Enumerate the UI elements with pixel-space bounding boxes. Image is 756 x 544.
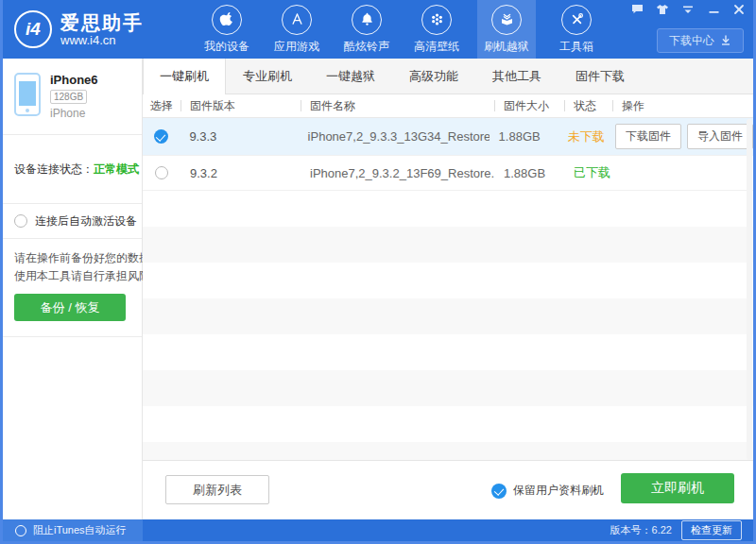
column-name: 固件名称 <box>301 98 494 114</box>
block-itunes-label: 阻止iTunes自动运行 <box>33 523 127 537</box>
device-capacity-badge: 128GB <box>50 90 87 104</box>
firmware-version: 9.3.2 <box>180 166 301 180</box>
warning-line-1: 请在操作前备份好您的数据 <box>14 249 142 267</box>
tab-other-tools[interactable]: 其他工具 <box>475 59 558 94</box>
collapse-icon[interactable] <box>681 4 695 15</box>
auto-activate-label: 连接后自动激活设备 <box>35 213 137 230</box>
backup-panel: 请在操作前备份好您的数据 使用本工具请自行承担风险 备份 / 恢复 <box>3 239 142 337</box>
close-icon[interactable] <box>732 4 746 15</box>
check-update-button[interactable]: 检查更新 <box>681 520 742 540</box>
status-bar: 阻止iTunes自动运行 版本号：6.22 检查更新 <box>3 519 753 541</box>
nav-item-wallpapers[interactable]: 高清壁纸 <box>407 0 466 59</box>
brand: i4 爱思助手 www.i4.cn <box>3 0 192 59</box>
connection-status: 设备连接状态：正常模式 <box>3 135 142 204</box>
app-header: i4 爱思助手 www.i4.cn 我的设备 <box>3 0 753 59</box>
auto-activate-radio[interactable] <box>14 214 27 228</box>
firmware-status: 未下载 <box>558 128 606 145</box>
column-actions: 操作 <box>612 98 753 114</box>
nav-item-my-devices[interactable]: 我的设备 <box>198 0 256 59</box>
nav-label: 刷机越狱 <box>484 39 529 55</box>
import-firmware-button[interactable]: 导入固件 <box>687 124 753 149</box>
firmware-status: 已下载 <box>564 164 612 181</box>
i4-logo-icon: i4 <box>14 10 52 48</box>
firmware-version: 9.3.3 <box>180 129 298 144</box>
feedback-icon[interactable] <box>630 4 644 15</box>
warning-line-2: 使用本工具请自行承担风险 <box>14 267 142 285</box>
tab-one-click-flash[interactable]: 一键刷机 <box>143 59 226 94</box>
tab-pro-flash[interactable]: 专业刷机 <box>226 59 309 94</box>
window-controls <box>630 4 746 15</box>
apple-icon <box>212 5 242 35</box>
tab-one-click-jailbreak[interactable]: 一键越狱 <box>309 59 392 94</box>
firmware-row-932[interactable]: 9.3.2 iPhone7,2_9.3.2_13F69_Restore.ipsw… <box>143 156 753 191</box>
app-title: 爱思助手 <box>60 12 144 33</box>
auto-activate-option[interactable]: 连接后自动激活设备 <box>3 204 142 239</box>
tab-bar: 一键刷机 专业刷机 一键越狱 高级功能 其他工具 固件下载 <box>143 59 753 94</box>
nav-item-ringtones[interactable]: 酷炫铃声 <box>337 0 396 59</box>
row-radio-checked[interactable] <box>154 129 168 144</box>
app-url: www.i4.cn <box>60 33 144 47</box>
sidebar: iPhone6 128GB iPhone 设备连接状态：正常模式 连接后自动激活… <box>3 59 143 519</box>
nav-label: 工具箱 <box>559 39 593 55</box>
download-icon <box>720 35 731 46</box>
column-version: 固件版本 <box>180 98 301 114</box>
empty-rows-area <box>143 191 753 460</box>
keep-user-data-checkbox[interactable] <box>491 484 507 499</box>
flower-icon <box>421 5 452 35</box>
nav-item-flash-jailbreak[interactable]: 刷机越狱 <box>477 0 536 59</box>
flash-box-icon <box>491 5 522 35</box>
device-panel: iPhone6 128GB iPhone <box>3 59 142 135</box>
firmware-row-933[interactable]: 9.3.3 iPhone7,2_9.3.3_13G34_Restore.ipsw… <box>143 118 753 156</box>
block-itunes-radio[interactable] <box>15 525 26 536</box>
keep-user-data-label: 保留用户资料刷机 <box>513 483 604 499</box>
nav-label: 我的设备 <box>204 39 249 55</box>
main-panel: 一键刷机 专业刷机 一键越狱 高级功能 其他工具 固件下载 选择 固件版本 固件… <box>143 59 753 519</box>
action-bar: 刷新列表 保留用户资料刷机 立即刷机 <box>143 460 753 519</box>
device-name: iPhone6 <box>50 73 98 87</box>
column-size: 固件大小 <box>494 98 564 114</box>
download-center-button[interactable]: 下载中心 <box>657 28 744 53</box>
bell-icon <box>352 5 382 35</box>
nav-label: 应用游戏 <box>274 39 319 55</box>
skin-icon[interactable] <box>656 4 669 15</box>
appstore-icon <box>282 5 312 35</box>
refresh-list-button[interactable]: 刷新列表 <box>165 475 269 504</box>
row-radio-unchecked[interactable] <box>155 166 168 179</box>
download-center-label: 下载中心 <box>669 33 714 49</box>
main-nav: 我的设备 应用游戏 <box>192 0 611 59</box>
toolbox-icon <box>561 5 592 35</box>
minimize-icon[interactable] <box>707 4 720 15</box>
logo-text: i4 <box>26 19 41 40</box>
firmware-name: iPhone7,2_9.3.3_13G34_Restore.ipsw <box>299 129 490 144</box>
version-text: 版本号：6.22 <box>610 523 672 537</box>
block-itunes-option[interactable]: 阻止iTunes自动运行 <box>3 519 143 541</box>
backup-restore-button[interactable]: 备份 / 恢复 <box>14 294 126 321</box>
firmware-name: iPhone7,2_9.3.2_13F69_Restore.ipsw <box>301 166 494 180</box>
nav-label: 高清壁纸 <box>414 39 459 55</box>
table-header: 选择 固件版本 固件名称 固件大小 状态 操作 <box>143 94 753 118</box>
scrollbar-track[interactable] <box>747 119 752 460</box>
connection-status-value: 正常模式 <box>94 162 139 178</box>
column-status: 状态 <box>564 98 612 114</box>
column-select: 选择 <box>143 98 180 114</box>
firmware-size: 1.88GB <box>490 129 558 144</box>
iphone-icon <box>14 73 41 116</box>
nav-item-toolbox[interactable]: 工具箱 <box>547 0 606 59</box>
nav-label: 酷炫铃声 <box>344 39 389 55</box>
flash-now-button[interactable]: 立即刷机 <box>621 473 734 503</box>
connection-status-label: 设备连接状态： <box>14 162 94 178</box>
app-window: i4 爱思助手 www.i4.cn 我的设备 <box>0 0 756 544</box>
nav-item-apps-games[interactable]: 应用游戏 <box>267 0 326 59</box>
tab-advanced[interactable]: 高级功能 <box>392 59 475 94</box>
tab-firmware-download[interactable]: 固件下载 <box>558 59 642 94</box>
firmware-size: 1.88GB <box>494 166 564 180</box>
device-model: iPhone <box>50 107 98 120</box>
keep-user-data-option[interactable]: 保留用户资料刷机 <box>491 483 604 499</box>
download-firmware-button[interactable]: 下载固件 <box>615 124 681 149</box>
